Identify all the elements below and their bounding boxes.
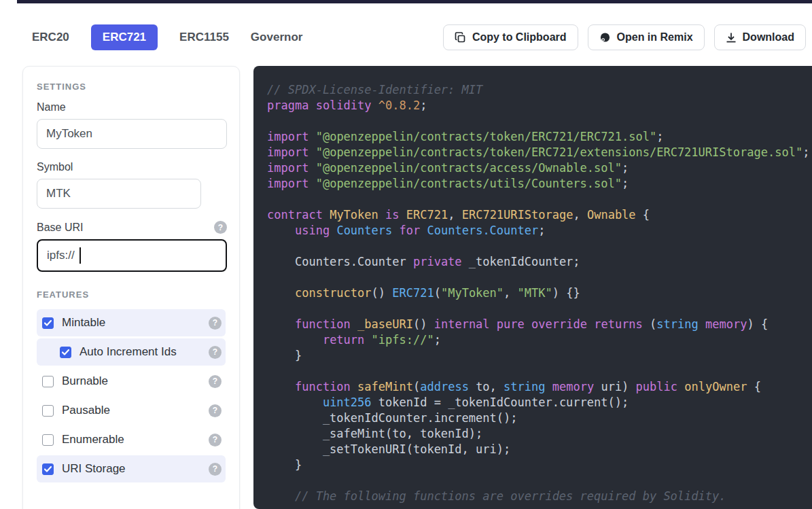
tab-erc1155[interactable]: ERC1155 [179,24,229,50]
checkbox-pausable[interactable] [42,405,54,417]
code-line: contract MyToken is ERC721, ERC721URISto… [267,207,812,223]
code-line: return "ipfs://"; [267,332,812,348]
top-border [17,0,812,3]
copy-to-clipboard-label: Copy to Clipboard [472,31,567,43]
feature-row-pausable[interactable]: Pausable? [37,397,226,424]
code-line [267,270,812,285]
tab-bar: ERC20ERC721ERC1155Governor [32,24,302,50]
checkbox-uri-storage[interactable] [42,463,54,475]
code-line: using Counters for Counters.Counter; [267,223,812,239]
remix-icon [599,32,611,43]
settings-heading: SETTINGS [37,82,226,92]
open-in-remix-label: Open in Remix [617,31,693,43]
checkbox-burnable[interactable] [42,376,54,387]
feature-label-auto-increment-ids: Auto Increment Ids [80,345,177,359]
code-line [267,301,812,317]
feature-list: Mintable?Auto Increment Ids?Burnable?Pau… [37,309,226,482]
feature-label-pausable: Pausable [62,404,110,417]
feature-row-mintable[interactable]: Mintable? [37,309,226,336]
help-icon-mintable[interactable]: ? [209,317,222,330]
code-line: constructor() ERC721("MyToken", "MTK") {… [267,285,812,301]
code-line: } [267,348,812,364]
feature-label-burnable: Burnable [62,374,108,388]
help-icon-burnable[interactable]: ? [209,375,222,388]
code-line [267,192,812,207]
base-uri-input[interactable] [37,239,227,272]
download-button[interactable]: Download [714,24,806,50]
help-icon-pausable[interactable]: ? [209,404,222,417]
code-line: // SPDX-License-Identifier: MIT [267,82,812,98]
code-line: function safeMint(address to, string mem… [267,379,812,395]
name-input[interactable] [37,119,227,149]
help-icon-auto-increment-ids[interactable]: ? [209,346,222,359]
base-uri-help-icon[interactable]: ? [214,221,227,234]
feature-label-uri-storage: URI Storage [62,462,126,476]
tab-governor[interactable]: Governor [251,24,303,50]
symbol-input[interactable] [37,179,201,209]
tab-erc20[interactable]: ERC20 [32,24,69,50]
feature-row-burnable[interactable]: Burnable? [37,368,226,395]
download-label: Download [743,31,794,43]
copy-icon [455,32,466,43]
help-icon-uri-storage[interactable]: ? [209,463,222,476]
code-line: Counters.Counter private _tokenIdCounter… [267,254,812,270]
code-line: import "@openzeppelin/contracts/token/ER… [267,145,812,160]
code-line [267,239,812,254]
tab-erc721[interactable]: ERC721 [91,24,158,50]
base-uri-label: Base URI [37,222,83,234]
feature-label-mintable: Mintable [62,316,105,330]
checkbox-auto-increment-ids[interactable] [60,347,71,358]
code-line [267,364,812,379]
code-line: // The following functions are overrides… [267,489,812,504]
code-line: pragma solidity ^0.8.2; [267,98,812,113]
code-line: } [267,457,812,473]
checkbox-enumerable[interactable] [42,434,54,446]
code-line: import "@openzeppelin/contracts/token/ER… [267,129,812,145]
copy-to-clipboard-button[interactable]: Copy to Clipboard [443,24,578,50]
text-cursor [80,247,81,264]
code-line: _tokenIdCounter.increment(); [267,410,812,426]
code-panel[interactable]: // SPDX-License-Identifier: MITpragma so… [253,66,812,509]
features-heading: FEATURES [37,289,226,300]
code-line [267,113,812,129]
download-icon [726,32,737,43]
code-line: import "@openzeppelin/contracts/utils/Co… [267,176,812,192]
help-icon-enumerable[interactable]: ? [209,434,222,446]
code-line: _setTokenURI(tokenId, uri); [267,442,812,457]
feature-row-enumerable[interactable]: Enumerable? [37,426,226,453]
feature-row-auto-increment-ids[interactable]: Auto Increment Ids? [37,338,226,366]
feature-row-uri-storage[interactable]: URI Storage? [37,455,226,482]
action-bar: Copy to Clipboard Open in Remix Download [443,24,806,50]
symbol-label: Symbol [37,161,73,173]
open-in-remix-button[interactable]: Open in Remix [588,24,705,50]
code-line: _safeMint(to, tokenId); [267,426,812,442]
code-line [267,473,812,489]
feature-label-enumerable: Enumerable [62,433,124,446]
settings-panel: SETTINGS Name Symbol Base URI ? FEATURES… [22,66,240,509]
checkbox-mintable[interactable] [42,317,54,329]
code-line: uint256 tokenId = _tokenIdCounter.curren… [267,395,812,410]
code-line: function _baseURI() internal pure overri… [267,317,812,332]
code-line: import "@openzeppelin/contracts/access/O… [267,160,812,176]
code-block: // SPDX-License-Identifier: MITpragma so… [267,82,812,504]
name-label: Name [37,101,66,113]
